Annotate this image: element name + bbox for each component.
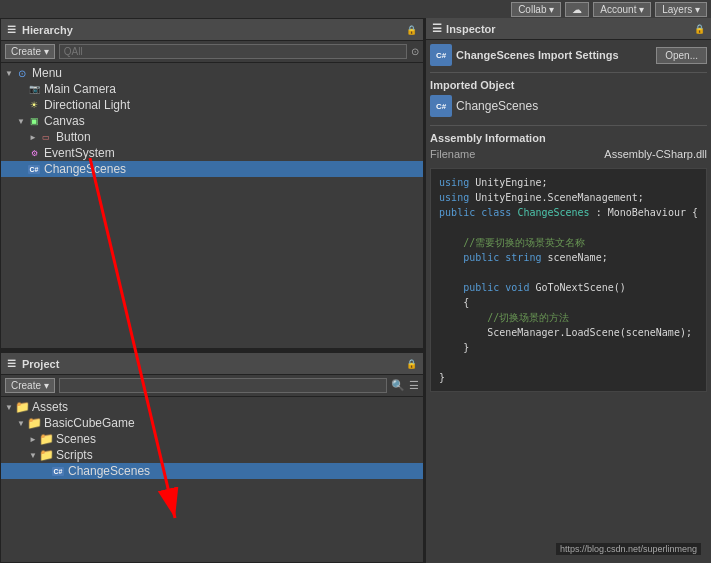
scripts-folder-icon: 📁 [39, 448, 53, 462]
import-settings-row: C# ChangeScenes Import Settings Open... [430, 44, 707, 66]
open-button[interactable]: Open... [656, 47, 707, 64]
hierarchy-item-menu[interactable]: ▼ ⊙ Menu [1, 65, 423, 81]
tree-arrow-canvas: ▼ [17, 117, 27, 126]
inspector-title: Inspector [446, 23, 496, 35]
imported-object-section-title: Imported Object [430, 79, 707, 91]
project-menu-icon: ☰ [7, 358, 16, 369]
project-label-scripts: Scripts [56, 448, 93, 462]
project-label-scenes: Scenes [56, 432, 96, 446]
project-item-assets[interactable]: ▼ 📁 Assets [1, 399, 423, 415]
assets-folder-icon: 📁 [15, 400, 29, 414]
scene-icon: ⊙ [15, 66, 29, 80]
project-title: Project [22, 358, 59, 370]
hierarchy-header: ☰ Hierarchy 🔒 [1, 19, 423, 41]
project-item-scripts[interactable]: ▼ 📁 Scripts [1, 447, 423, 463]
project-search-input[interactable] [59, 378, 387, 393]
filename-value: Assembly-CSharp.dll [604, 148, 707, 160]
canvas-icon: ▣ [27, 114, 41, 128]
inspector-lock-icon: 🔒 [694, 24, 705, 34]
top-bar: Collab ▾ ☁ Account ▾ Layers ▾ [0, 0, 711, 18]
project-item-changescenes[interactable]: C# ChangeScenes [1, 463, 423, 479]
hierarchy-label-main-camera: Main Camera [44, 82, 116, 96]
hierarchy-label-button: Button [56, 130, 91, 144]
hierarchy-item-changescenes[interactable]: C# ChangeScenes [1, 161, 423, 177]
project-content: ▼ 📁 Assets ▼ 📁 BasicCubeGame ► 📁 Scenes … [1, 397, 423, 562]
project-item-scenes[interactable]: ► 📁 Scenes [1, 431, 423, 447]
project-create-button[interactable]: Create ▾ [5, 378, 55, 393]
inspector-menu-icon: ☰ [432, 22, 442, 35]
filename-label: Filename [430, 148, 475, 160]
cs-changescenes-icon: C# [51, 464, 65, 478]
hierarchy-lock-icon: 🔒 [406, 25, 417, 35]
imported-object-row: C# ChangeScenes [430, 93, 707, 119]
hierarchy-item-dir-light[interactable]: ☀ Directional Light [1, 97, 423, 113]
cloud-button[interactable]: ☁ [565, 2, 589, 17]
code-block: using UnityEngine; using UnityEngine.Sce… [430, 168, 707, 392]
account-button[interactable]: Account ▾ [593, 2, 651, 17]
collab-button[interactable]: Collab ▾ [511, 2, 561, 17]
hierarchy-item-canvas[interactable]: ▼ ▣ Canvas [1, 113, 423, 129]
tree-arrow-button: ► [29, 133, 39, 142]
hierarchy-label-eventsystem: EventSystem [44, 146, 115, 160]
import-cs-badge: C# [430, 44, 452, 66]
hierarchy-lock2-icon: ⊙ [411, 46, 419, 57]
hierarchy-label-dir-light: Directional Light [44, 98, 130, 112]
filename-row: Filename Assembly-CSharp.dll [430, 146, 707, 162]
camera-icon: 📷 [27, 82, 41, 96]
tree-arrow-assets: ▼ [5, 403, 15, 412]
tree-arrow-basiccubegame: ▼ [17, 419, 27, 428]
hierarchy-menu-icon: ☰ [7, 24, 16, 35]
import-settings-title: ChangeScenes Import Settings [456, 49, 656, 61]
project-filter-icon: ☰ [409, 379, 419, 392]
tree-arrow-scripts: ▼ [29, 451, 39, 460]
right-panel: ☰ Inspector 🔒 C# ChangeScenes Import Set… [424, 18, 711, 563]
eventsystem-icon: ⚙ [27, 146, 41, 160]
hierarchy-label-changescenes: ChangeScenes [44, 162, 126, 176]
hierarchy-label-canvas: Canvas [44, 114, 85, 128]
hierarchy-panel: ☰ Hierarchy 🔒 Create ▾ ⊙ ▼ ⊙ Menu 📷 [0, 18, 424, 349]
hierarchy-search-input[interactable] [59, 44, 407, 59]
divider-2 [430, 125, 707, 126]
project-search-icon: 🔍 [391, 379, 405, 392]
project-label-basiccubegame: BasicCubeGame [44, 416, 135, 430]
left-panel: ☰ Hierarchy 🔒 Create ▾ ⊙ ▼ ⊙ Menu 📷 [0, 18, 424, 563]
project-lock-icon: 🔒 [406, 359, 417, 369]
project-header: ☰ Project 🔒 [1, 353, 423, 375]
inspector-header: ☰ Inspector 🔒 [426, 18, 711, 40]
project-toolbar: Create ▾ 🔍 ☰ [1, 375, 423, 397]
hierarchy-toolbar: Create ▾ ⊙ [1, 41, 423, 63]
scenes-folder-icon: 📁 [39, 432, 53, 446]
tree-arrow-scenes: ► [29, 435, 39, 444]
layers-button[interactable]: Layers ▾ [655, 2, 707, 17]
inspector-content: C# ChangeScenes Import Settings Open... … [426, 40, 711, 563]
tree-arrow-menu: ▼ [5, 69, 15, 78]
main-layout: ☰ Hierarchy 🔒 Create ▾ ⊙ ▼ ⊙ Menu 📷 [0, 18, 711, 563]
changescenes-cs-icon: C# [27, 162, 41, 176]
divider-1 [430, 72, 707, 73]
hierarchy-item-main-camera[interactable]: 📷 Main Camera [1, 81, 423, 97]
project-item-basiccubegame[interactable]: ▼ 📁 BasicCubeGame [1, 415, 423, 431]
hierarchy-label-menu: Menu [32, 66, 62, 80]
assembly-section-title: Assembly Information [430, 132, 707, 144]
project-label-assets: Assets [32, 400, 68, 414]
imported-object-name: ChangeScenes [456, 99, 538, 113]
hierarchy-item-eventsystem[interactable]: ⚙ EventSystem [1, 145, 423, 161]
light-icon: ☀ [27, 98, 41, 112]
button-icon: ▭ [39, 130, 53, 144]
project-label-changescenes: ChangeScenes [68, 464, 150, 478]
hierarchy-title: Hierarchy [22, 24, 73, 36]
watermark: https://blog.csdn.net/superlinmeng [556, 543, 701, 555]
hierarchy-item-button[interactable]: ► ▭ Button [1, 129, 423, 145]
hierarchy-create-button[interactable]: Create ▾ [5, 44, 55, 59]
hierarchy-content: ▼ ⊙ Menu 📷 Main Camera ☀ Directional Lig… [1, 63, 423, 348]
imported-cs-badge: C# [430, 95, 452, 117]
project-panel: ☰ Project 🔒 Create ▾ 🔍 ☰ ▼ 📁 Assets ▼ 📁 [0, 353, 424, 563]
basiccubegame-folder-icon: 📁 [27, 416, 41, 430]
